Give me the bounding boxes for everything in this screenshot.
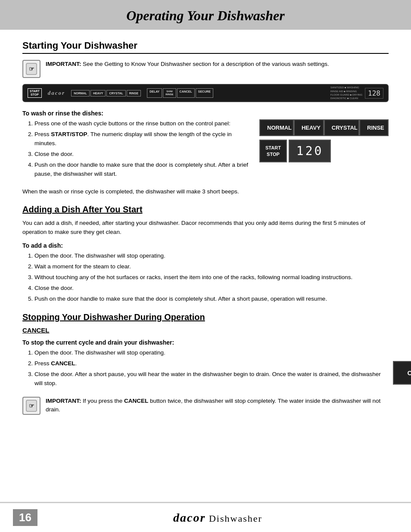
cycle-btn-heavy: HEAVY xyxy=(294,119,324,136)
stop-step-2: Press CANCEL. CANCEL xyxy=(34,359,389,368)
cp-btn-secure: SECURE xyxy=(196,88,213,97)
important-icon-2: ☞ xyxy=(22,397,40,415)
to-add-label: To add a dish: xyxy=(22,242,389,249)
important-icon-1: ☞ xyxy=(22,60,40,78)
footer-logo: dacor Dishwasher xyxy=(37,511,398,525)
wash-steps-list: Press one of the wash cycle buttons or t… xyxy=(34,119,251,179)
control-panel-strip: STARTSTOP dacor NORMAL HEAVY CRYSTAL RIN… xyxy=(22,84,389,102)
section1-title: Starting Your Dishwasher xyxy=(22,40,389,54)
important-note-1: ☞ IMPORTANT: See the Getting to Know You… xyxy=(22,60,389,78)
cp-btn-crystal: CRYSTAL xyxy=(106,90,125,96)
footer-page-number: 16 xyxy=(13,509,37,526)
svg-text:☞: ☞ xyxy=(29,402,34,409)
cancel-section: CANCEL To stop the current cycle and dra… xyxy=(22,327,389,392)
cp-btn-rinse: RINSE xyxy=(127,90,141,96)
wash-step-3: Close the door. xyxy=(34,150,251,159)
add-step-1: Open the door. The dishwasher will stop … xyxy=(34,252,389,261)
cp-delay-buttons: DELAY SANIRINSE CANCEL SECURE xyxy=(147,88,213,97)
wash-step-4: Push on the door handle to make sure tha… xyxy=(34,161,251,179)
cp-start-stop: STARTSTOP xyxy=(28,88,42,98)
important-body-2: If you press the CANCEL button twice, th… xyxy=(46,398,380,413)
wash-step-2: Press START/STOP. The numeric display wi… xyxy=(34,130,251,148)
section3-title: Stopping Your Dishwasher During Operatio… xyxy=(22,312,389,322)
cycle-btn-crystal: CRYSTAL xyxy=(324,119,359,136)
display-num-graphic: 120 xyxy=(289,140,331,162)
important-text-1: IMPORTANT: See the Getting to Know Your … xyxy=(46,60,329,68)
cancel-button-graphic: CANCEL xyxy=(393,361,411,385)
important-body-1: See the Getting to Know Your Dishwasher … xyxy=(83,61,329,67)
add-steps-list: Open the door. The dishwasher will stop … xyxy=(34,252,389,304)
important-text-2: IMPORTANT: If you press the CANCEL butto… xyxy=(46,397,389,414)
wash-step-1: Press one of the wash cycle buttons or t… xyxy=(34,119,251,128)
to-wash-label: To wash or rinse the dishes: xyxy=(22,110,389,117)
footer-logo-text: dacor Dishwasher xyxy=(173,513,262,524)
stop-step-1: Open the door. The dishwasher will stop … xyxy=(34,348,389,358)
cp-display-area: SANITIZED ■ WASHING RINSE AID ■ RINSING … xyxy=(330,86,383,100)
cp-logo: dacor xyxy=(45,90,68,96)
cycle-btn-rinse: RINSE xyxy=(359,119,389,136)
cp-btn-normal: NORMAL xyxy=(71,90,90,96)
cp-btn-delay: DELAY xyxy=(147,88,162,97)
section-starting: Starting Your Dishwasher ☞ IMPORTANT: Se… xyxy=(22,40,389,196)
cycle-buttons-graphic: NORMAL HEAVY CRYSTAL RINSE xyxy=(259,119,389,136)
start-stop-btn-graphic: STARTSTOP xyxy=(259,140,287,162)
important-note-2: ☞ IMPORTANT: If you press the CANCEL but… xyxy=(22,397,389,415)
cp-btn-heavy: HEAVY xyxy=(90,90,106,96)
start-stop-display: STARTSTOP 120 xyxy=(259,140,389,162)
add-step-4: Close the door. xyxy=(34,284,389,293)
cp-btn-cancel-panel: CANCEL xyxy=(177,88,195,97)
page-title: Operating Your Dishwasher xyxy=(9,8,402,24)
cp-display-num: 128 xyxy=(365,88,383,99)
section2-title: Adding a Dish After You Start xyxy=(22,205,389,215)
cp-btn-sani: SANIRINSE xyxy=(163,88,176,97)
cycle-btn-normal: NORMAL xyxy=(259,119,294,136)
add-step-5: Push on the door handle to make sure tha… xyxy=(34,295,389,304)
wash-diagram: NORMAL HEAVY CRYSTAL RINSE STARTSTOP 120 xyxy=(259,119,389,162)
wash-steps-left: Press one of the wash cycle buttons or t… xyxy=(22,119,251,183)
main-content: Starting Your Dishwasher ☞ IMPORTANT: Se… xyxy=(0,30,411,429)
cp-cycle-buttons: NORMAL HEAVY CRYSTAL RINSE xyxy=(71,90,141,96)
important-label-2: IMPORTANT: xyxy=(46,398,81,404)
page-footer: 16 dacor Dishwasher xyxy=(0,502,411,532)
cp-indicators: SANITIZED ■ WASHING RINSE AID ■ RINSING … xyxy=(330,86,362,100)
hand-icon-2: ☞ xyxy=(25,399,37,412)
svg-text:☞: ☞ xyxy=(29,65,34,72)
hand-icon: ☞ xyxy=(25,62,37,75)
dacor-wordmark: dacor xyxy=(173,511,206,524)
section-stopping: Stopping Your Dishwasher During Operatio… xyxy=(22,312,389,415)
stop-steps-with-btn: Open the door. The dishwasher will stop … xyxy=(22,348,389,392)
add-step-2: Wait a moment for the steam to clear. xyxy=(34,262,389,271)
footer-logo-suffix: Dishwasher xyxy=(209,513,262,524)
section2-body: You can add a dish, if needed, after sta… xyxy=(22,219,389,237)
stop-step-3: Close the door. After a short pause, you… xyxy=(34,370,389,388)
cancel-label: CANCEL xyxy=(22,327,389,334)
add-step-3: Without touching any of the hot surfaces… xyxy=(34,273,389,282)
wash-steps-row: Press one of the wash cycle buttons or t… xyxy=(22,119,389,183)
section-adding: Adding a Dish After You Start You can ad… xyxy=(22,205,389,303)
stop-steps-list: Open the door. The dishwasher will stop … xyxy=(34,348,389,388)
to-stop-label: To stop the current cycle and drain your… xyxy=(22,339,389,346)
page-header: Operating Your Dishwasher xyxy=(0,0,411,30)
completion-text: When the wash or rinse cycle is complete… xyxy=(22,187,389,196)
important-label-1: IMPORTANT: xyxy=(46,61,81,67)
